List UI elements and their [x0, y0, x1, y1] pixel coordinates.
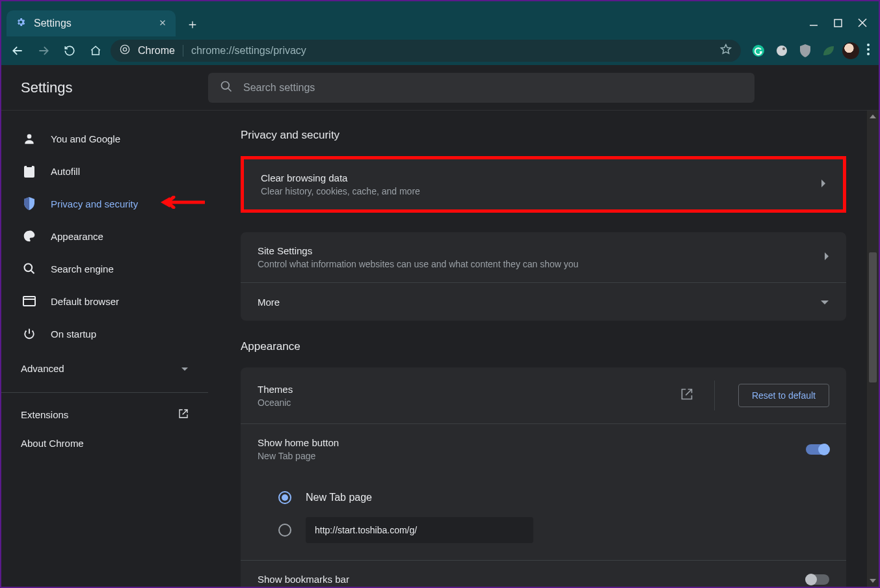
sidebar-item-you-and-google[interactable]: You and Google: [1, 122, 208, 155]
svg-point-7: [867, 48, 870, 51]
extension-leaf-icon[interactable]: [821, 44, 836, 58]
tabstrip: Settings: [1, 1, 809, 36]
close-tab-button[interactable]: [159, 18, 167, 29]
sidebar-extensions-link[interactable]: Extensions: [1, 398, 208, 431]
scroll-down-button[interactable]: [867, 575, 879, 587]
clipboard-icon: [22, 165, 36, 178]
sidebar-item-search-engine[interactable]: Search engine: [1, 252, 208, 285]
search-wrap: [208, 73, 879, 103]
tab-title: Settings: [34, 18, 72, 29]
row-subtitle: Control what information websites can us…: [258, 259, 816, 269]
site-settings-row[interactable]: Site Settings Control what information w…: [241, 232, 846, 283]
maximize-button[interactable]: [834, 19, 842, 27]
sidebar: You and Google Autofill Privacy and secu…: [1, 111, 208, 587]
svg-point-8: [867, 53, 870, 55]
titlebar: Settings: [1, 1, 879, 36]
minimize-button[interactable]: [809, 18, 818, 27]
home-button[interactable]: [85, 40, 107, 62]
extension-grammarly-icon[interactable]: [751, 44, 766, 58]
row-subtitle: New Tab page: [258, 451, 798, 461]
extension-sphere-icon[interactable]: [775, 44, 789, 58]
row-title: Show bookmarks bar: [258, 574, 798, 585]
sidebar-item-default-browser[interactable]: Default browser: [1, 285, 208, 317]
row-subtitle: Oceanic: [258, 397, 673, 408]
back-button[interactable]: [7, 40, 29, 62]
sidebar-about-link[interactable]: About Chrome: [1, 431, 208, 459]
row-title: Clear browsing data: [261, 172, 813, 183]
svg-rect-12: [27, 165, 32, 167]
themes-row[interactable]: Themes Oceanic Reset to default: [241, 368, 846, 424]
radio-row-newtab[interactable]: New Tab page: [278, 491, 829, 504]
radio-row-custom-url[interactable]: [278, 517, 829, 543]
sidebar-item-label: You and Google: [51, 133, 120, 144]
extension-shield-icon[interactable]: [798, 44, 812, 58]
row-title: Themes: [258, 384, 673, 395]
scrollbar-thumb[interactable]: [869, 252, 877, 382]
clear-browsing-data-card-highlighted: Clear browsing data Clear history, cooki…: [241, 156, 846, 213]
search-settings-box[interactable]: [208, 73, 754, 103]
bookmark-star-icon[interactable]: [720, 44, 732, 58]
svg-point-9: [222, 81, 230, 89]
svg-point-13: [25, 264, 33, 272]
advanced-label: Advanced: [21, 363, 64, 374]
new-tab-button[interactable]: [181, 13, 204, 36]
reset-to-default-button[interactable]: Reset to default: [738, 384, 829, 407]
chevron-down-icon: [820, 296, 829, 308]
home-button-radio-group: New Tab page: [241, 474, 846, 561]
svg-point-2: [123, 47, 126, 51]
search-icon: [220, 80, 233, 96]
svg-point-4: [777, 46, 787, 56]
radio-newtab[interactable]: [278, 491, 291, 504]
omnibox[interactable]: Chrome chrome://settings/privacy: [111, 40, 741, 62]
vertical-scrollbar[interactable]: [867, 111, 879, 587]
show-home-button-row: Show home button New Tab page: [241, 424, 846, 474]
radio-newtab-label: New Tab page: [306, 492, 372, 503]
chevron-down-icon: [181, 363, 189, 374]
chevron-right-icon: [821, 179, 826, 191]
sidebar-item-autofill[interactable]: Autofill: [1, 155, 208, 187]
row-title: More: [258, 297, 812, 308]
search-settings-input[interactable]: [243, 82, 743, 94]
sidebar-item-appearance[interactable]: Appearance: [1, 220, 208, 252]
profile-avatar[interactable]: [842, 42, 859, 59]
svg-point-10: [27, 134, 32, 139]
omnibox-origin-label: Chrome: [138, 45, 183, 57]
browser-menu-button[interactable]: [863, 44, 873, 58]
settings-title: Settings: [1, 79, 208, 96]
svg-point-5: [782, 47, 785, 50]
sidebar-item-on-startup[interactable]: On startup: [1, 317, 208, 350]
sidebar-divider: [1, 392, 208, 393]
sidebar-item-label: Privacy and security: [51, 198, 138, 209]
omnibox-url: chrome://settings/privacy: [191, 45, 712, 57]
palette-icon: [22, 230, 36, 243]
row-title: Site Settings: [258, 245, 816, 256]
show-home-button-toggle[interactable]: [806, 444, 829, 455]
open-external-icon[interactable]: [680, 388, 695, 403]
privacy-security-heading: Privacy and security: [241, 129, 846, 142]
power-icon: [22, 328, 36, 340]
forward-button[interactable]: [33, 40, 55, 62]
browser-tab-settings[interactable]: Settings: [7, 10, 176, 36]
close-window-button[interactable]: [858, 18, 867, 27]
settings-main: Privacy and security Clear browsing data…: [208, 111, 879, 587]
svg-rect-11: [24, 166, 34, 178]
radio-custom-url[interactable]: [278, 524, 291, 537]
sidebar-item-label: Default browser: [51, 296, 119, 307]
privacy-card: Site Settings Control what information w…: [241, 232, 846, 321]
svg-rect-14: [23, 297, 35, 306]
privacy-more-row[interactable]: More: [241, 283, 846, 321]
browser-icon: [22, 296, 36, 306]
home-url-input[interactable]: [306, 517, 533, 543]
sidebar-item-label: Autofill: [51, 166, 80, 177]
reload-button[interactable]: [59, 40, 81, 62]
svg-point-1: [120, 45, 129, 53]
svg-point-6: [867, 44, 870, 46]
sidebar-item-label: On startup: [51, 328, 96, 340]
clear-browsing-data-row[interactable]: Clear browsing data Clear history, cooki…: [244, 159, 843, 209]
show-bookmarks-bar-row: Show bookmarks bar: [241, 561, 846, 587]
sidebar-advanced-toggle[interactable]: Advanced: [1, 350, 208, 387]
show-bookmarks-bar-toggle[interactable]: [806, 574, 829, 585]
annotation-arrow: [159, 196, 205, 209]
scroll-up-button[interactable]: [867, 111, 879, 122]
browser-toolbar: Chrome chrome://settings/privacy: [1, 36, 879, 65]
